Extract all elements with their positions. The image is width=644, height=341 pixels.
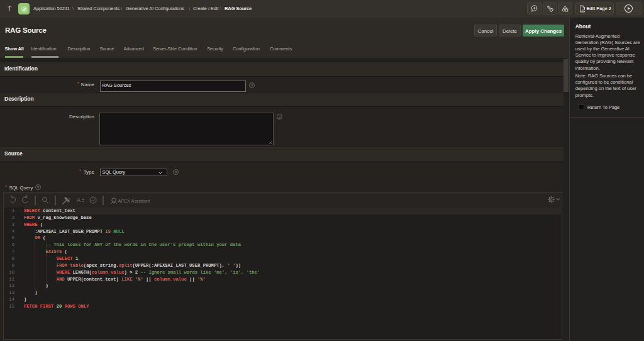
svg-text:A: A bbox=[77, 197, 80, 203]
